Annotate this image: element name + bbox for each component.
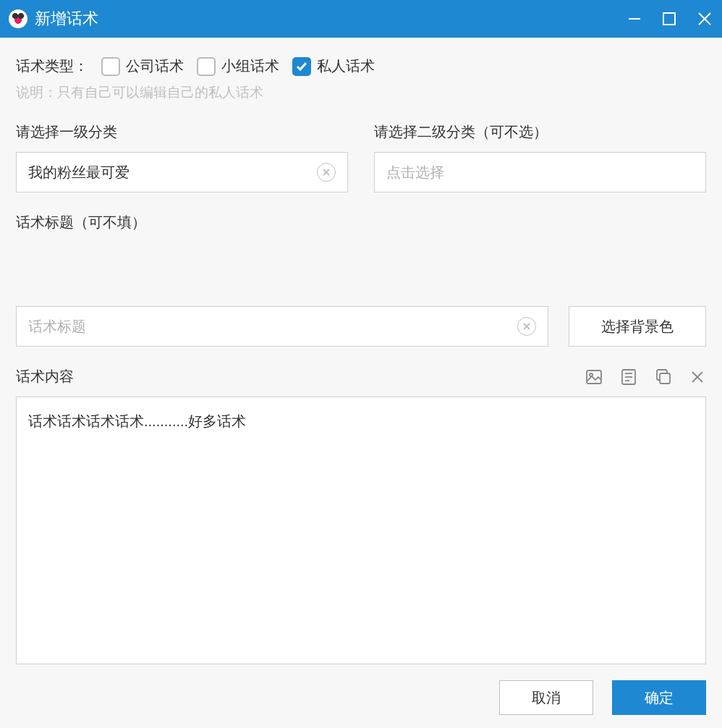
content-header: 话术内容	[16, 367, 706, 386]
content-tools	[585, 368, 706, 386]
content-label: 话术内容	[16, 367, 74, 386]
minimize-icon[interactable]	[627, 11, 642, 27]
dialog-footer: 取消 确定	[16, 664, 706, 715]
category2-input[interactable]: 点击选择	[374, 152, 706, 192]
category1-field: 请选择一级分类 我的粉丝最可爱	[16, 122, 348, 192]
checkbox-group-box[interactable]	[197, 57, 216, 76]
app-icon	[9, 9, 27, 28]
type-note: 说明：只有自己可以编辑自己的私人话术	[16, 83, 706, 102]
title-label: 话术标题（可不填）	[16, 213, 706, 232]
titlebar: 新增话术	[0, 0, 722, 38]
confirm-button[interactable]: 确定	[612, 680, 706, 715]
checkbox-private[interactable]: 私人话术	[292, 56, 375, 76]
close-icon[interactable]	[696, 10, 713, 27]
category1-label: 请选择一级分类	[16, 122, 348, 142]
checkbox-company-label: 公司话术	[126, 56, 184, 76]
category2-field: 请选择二级分类（可不选） 点击选择	[374, 122, 706, 192]
checkbox-group-label: 小组话术	[221, 56, 279, 76]
checkbox-private-box[interactable]	[292, 57, 311, 76]
category-row: 请选择一级分类 我的粉丝最可爱 请选择二级分类（可不选） 点击选择	[16, 122, 706, 192]
checkbox-private-label: 私人话术	[317, 56, 375, 76]
title-input[interactable]: 话术标题	[16, 306, 548, 347]
content-value: 话术话术话术话术...........好多话术	[28, 413, 246, 429]
category2-placeholder: 点击选择	[386, 163, 444, 182]
maximize-icon[interactable]	[661, 11, 677, 27]
copy-icon[interactable]	[654, 368, 673, 386]
title-placeholder: 话术标题	[28, 317, 86, 337]
window-controls	[627, 10, 713, 27]
clear-title-icon[interactable]	[517, 317, 536, 336]
category1-value: 我的粉丝最可爱	[28, 163, 129, 182]
checkbox-group[interactable]: 小组话术	[197, 56, 279, 76]
delete-icon[interactable]	[689, 368, 706, 386]
cancel-button[interactable]: 取消	[499, 680, 593, 715]
checkbox-company-box[interactable]	[101, 57, 120, 76]
script-type-label: 话术类型：	[16, 56, 88, 76]
title-row: 话术标题 选择背景色	[16, 306, 706, 347]
category2-label: 请选择二级分类（可不选）	[374, 122, 706, 142]
script-type-row: 话术类型： 公司话术 小组话术 私人话术	[16, 56, 706, 76]
content-textarea[interactable]: 话术话术话术话术...........好多话术	[16, 397, 706, 664]
svg-rect-14	[660, 373, 670, 384]
clear-category1-icon[interactable]	[317, 163, 336, 182]
window-title: 新增话术	[35, 8, 627, 30]
title-field-wrapper: 话术标题（可不填）	[16, 213, 706, 306]
svg-rect-1	[663, 13, 675, 25]
text-icon[interactable]	[619, 368, 638, 386]
checkbox-company[interactable]: 公司话术	[101, 56, 184, 76]
bg-color-button[interactable]: 选择背景色	[569, 306, 706, 347]
image-icon[interactable]	[585, 368, 603, 386]
dialog-body: 话术类型： 公司话术 小组话术 私人话术 说明：只有自己可以编辑自己的私人话术 …	[0, 38, 722, 728]
category1-input[interactable]: 我的粉丝最可爱	[16, 152, 348, 192]
